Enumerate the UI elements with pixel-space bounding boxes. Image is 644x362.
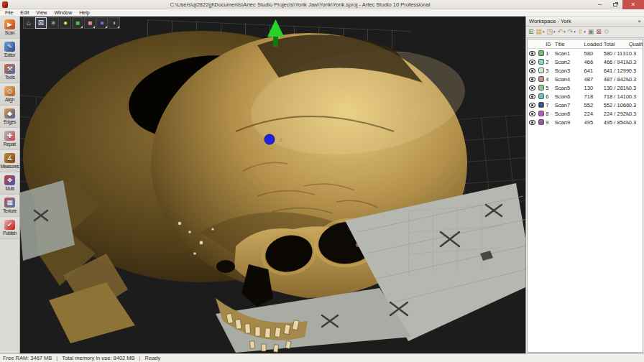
menu-view[interactable]: View	[32, 10, 50, 15]
copy-button[interactable]: ▣	[588, 29, 594, 35]
scan-id: 6	[546, 93, 555, 100]
table-row[interactable]: 8Scan8224224 / 292Mb0.3	[528, 109, 643, 118]
menu-edit[interactable]: Edit	[17, 10, 32, 15]
settings-button[interactable]: ⚙	[604, 29, 610, 35]
color-cell	[537, 111, 546, 116]
sidebar-item-measures[interactable]: ∡Measures	[0, 150, 19, 172]
scan-loaded: 580	[584, 50, 604, 57]
lighting-icon[interactable]: ●	[60, 17, 71, 29]
sidebar-item-tools[interactable]: ⚒Tools	[0, 61, 19, 83]
axes-icon[interactable]: ∗	[47, 17, 59, 29]
fit-view-icon[interactable]: ⊠	[35, 17, 47, 29]
menu-window[interactable]: Window	[50, 10, 75, 15]
sidebar-item-repair[interactable]: ✚Repair	[0, 128, 19, 150]
eye-icon[interactable]	[529, 68, 535, 73]
visibility-cell	[528, 103, 537, 108]
3d-model-skull[interactable]: z	[20, 17, 525, 353]
solid-view-icon[interactable]: ■	[72, 17, 83, 29]
scan-title: Scan4	[555, 76, 584, 83]
sidebar-item-texture[interactable]: ▦Texture	[0, 195, 19, 217]
xray-view-icon[interactable]: ■	[84, 17, 96, 29]
axis-label: z	[280, 137, 282, 142]
eye-icon[interactable]	[529, 77, 535, 82]
undo-button[interactable]: ↶▾	[558, 29, 566, 35]
scan-table: ID Title Loaded Total Quality 1Scan15805…	[527, 39, 643, 353]
scan-quality: 0.3	[629, 50, 643, 57]
table-row[interactable]: 6Scan6718718 / 1410Mb0.3	[528, 92, 643, 101]
table-row[interactable]: 1Scan1580580 / 1131Mb0.3	[528, 49, 643, 57]
redo-button[interactable]: ↷▾	[568, 29, 576, 35]
close-button[interactable]: ×	[622, 0, 644, 9]
eye-icon[interactable]	[529, 51, 535, 56]
workspace-close-button[interactable]: ×	[638, 18, 641, 24]
sidebar-item-edges[interactable]: ◆Edges	[0, 106, 19, 128]
scan-id: 5	[546, 85, 555, 91]
background-toggle-icon[interactable]: ◗	[109, 17, 120, 29]
add-scan-button[interactable]: ⊞	[528, 29, 534, 35]
scan-table-body: 1Scan1580580 / 1131Mb0.32Scan2466466 / 9…	[528, 49, 643, 126]
workspace-panel-title: Workspace - York	[529, 18, 571, 24]
scan-quality: 0.3	[629, 76, 643, 83]
scan-quality: 0.3	[629, 59, 643, 65]
sidebar-item-label: Texture	[3, 208, 17, 213]
home-view-icon[interactable]: ⌂	[23, 17, 34, 29]
eye-icon[interactable]	[529, 60, 535, 65]
sidebar-item-publish[interactable]: ✔Publish	[0, 217, 19, 239]
sidebar-item-multi[interactable]: ❖Multi	[0, 172, 19, 195]
table-row[interactable]: 5Scan5130130 / 281Mb0.3	[528, 83, 643, 92]
minimize-button[interactable]: –	[592, 0, 607, 9]
background-toggle-icon-glyph: ◗	[112, 19, 116, 27]
edges-icon: ◆	[4, 108, 15, 119]
editor-icon: ✎	[4, 42, 15, 52]
save-button-dropdown: ▾	[553, 30, 556, 34]
table-row[interactable]: 4Scan4487487 / 842Mb0.3	[528, 75, 643, 83]
color-cell	[537, 102, 546, 108]
scan-loaded: 495	[584, 119, 604, 126]
eye-icon[interactable]	[529, 111, 535, 116]
export-button[interactable]: ⇧▾	[578, 29, 586, 35]
scan-id: 1	[546, 50, 555, 57]
title-bar: C:\Users\qi2822gl\Documents\Artec Studio…	[0, 0, 644, 9]
sidebar-item-label: Align	[5, 97, 14, 102]
delete-icon: ⊠	[596, 29, 602, 35]
scan-title: Scan9	[555, 119, 584, 126]
table-row[interactable]: 9Scan9495495 / 854Mb0.3	[528, 118, 643, 126]
eye-icon[interactable]	[529, 103, 535, 108]
sidebar: ▶Scan✎Editor⚒Tools◎Align◆Edges✚Repair∡Me…	[0, 17, 20, 353]
menu-bar: FileEditViewWindowHelp	[0, 9, 644, 17]
scan-id: 4	[546, 76, 555, 83]
status-separator: |	[139, 355, 141, 361]
xray-view-icon-glyph: ■	[88, 19, 92, 27]
eye-icon[interactable]	[529, 120, 535, 125]
sidebar-item-align[interactable]: ◎Align	[0, 83, 19, 106]
viewport-toolbar: ⌂⊠∗●■■●◗	[23, 17, 120, 29]
scan-table-header: ID Title Loaded Total Quality	[528, 40, 643, 49]
open-button[interactable]: ▤▾	[536, 29, 545, 35]
table-row[interactable]: 3Scan3641641 / 1299Mb0.3	[528, 66, 643, 75]
menu-help[interactable]: Help	[75, 10, 93, 15]
header-loaded: Loaded	[584, 41, 604, 47]
sidebar-item-label: Publish	[3, 231, 17, 236]
scan-total: 718 / 1410Mb	[604, 93, 629, 100]
main-content: ▶Scan✎Editor⚒Tools◎Align◆Edges✚Repair∡Me…	[0, 17, 644, 353]
app-icon	[2, 1, 8, 8]
3d-viewport[interactable]: ⌂⊠∗●■■●◗	[20, 17, 525, 353]
smooth-shading-icon[interactable]: ●	[96, 17, 108, 29]
visibility-cell	[528, 94, 537, 99]
scan-id: 7	[546, 102, 555, 108]
menu-file[interactable]: File	[1, 10, 17, 15]
delete-button[interactable]: ⊠	[596, 29, 602, 35]
sidebar-item-editor[interactable]: ✎Editor	[0, 39, 19, 61]
header-quality: Quality	[629, 41, 643, 47]
table-row[interactable]: 2Scan2466466 / 941Mb0.3	[528, 57, 643, 66]
scan-icon: ▶	[4, 19, 15, 29]
sidebar-item-scan[interactable]: ▶Scan	[0, 17, 19, 39]
eye-icon[interactable]	[529, 94, 535, 99]
restore-button[interactable]	[607, 0, 622, 9]
eye-icon[interactable]	[529, 85, 535, 90]
table-row[interactable]: 7Scan7552552 / 1066Mb0.3	[528, 101, 643, 109]
save-button[interactable]: ◳▾	[547, 29, 556, 35]
sidebar-item-label: Tools	[5, 75, 15, 80]
redo-button-dropdown: ▾	[574, 30, 576, 34]
pivot-point	[264, 134, 275, 144]
